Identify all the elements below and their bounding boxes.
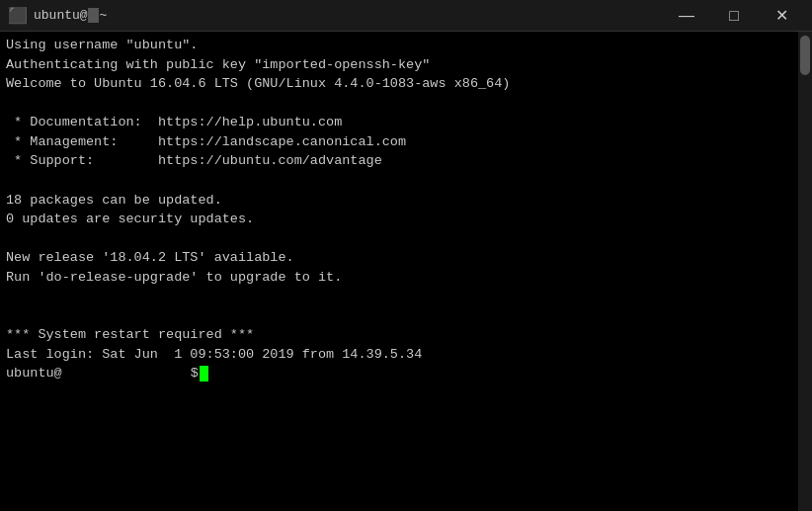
prompt-user: ubuntu@ [6, 365, 62, 383]
scrollbar[interactable] [798, 32, 812, 511]
restore-button[interactable]: □ [711, 0, 757, 32]
cursor [200, 366, 208, 382]
minimize-button[interactable]: — [664, 0, 709, 32]
title-hostname [88, 8, 100, 23]
title-tilde: ~ [99, 8, 107, 23]
scrollbar-thumb[interactable] [800, 36, 810, 75]
titlebar-controls: — □ ✕ [664, 0, 804, 32]
app-icon: ⬛ [8, 6, 28, 26]
title-username: ubuntu@ [34, 8, 88, 23]
terminal-output: Using username "ubuntu". Authenticating … [6, 36, 806, 365]
titlebar-left: ⬛ ubuntu@ ~ [8, 6, 107, 26]
terminal-body[interactable]: Using username "ubuntu". Authenticating … [0, 32, 812, 511]
titlebar-title: ubuntu@ ~ [34, 8, 107, 23]
close-button[interactable]: ✕ [759, 0, 804, 32]
titlebar: ⬛ ubuntu@ ~ — □ ✕ [0, 0, 812, 32]
prompt-dollar: $ [191, 365, 199, 383]
prompt-line: ubuntu@$ [6, 365, 806, 383]
